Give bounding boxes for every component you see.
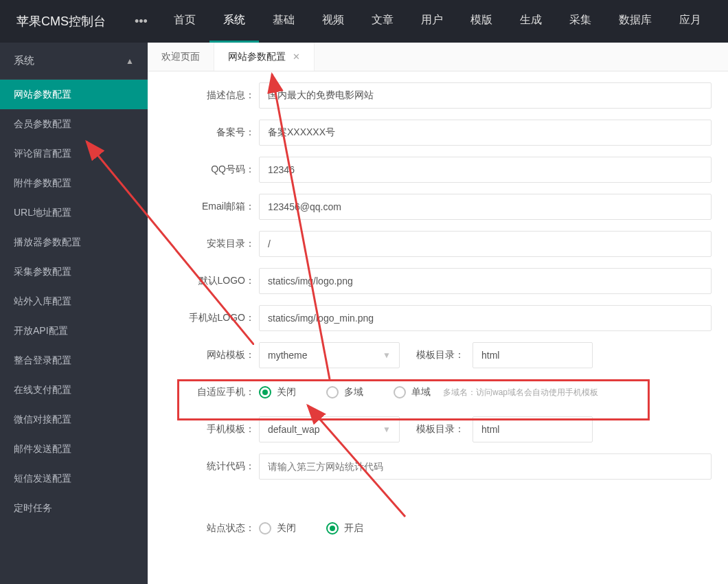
label-status: 站点状态： [171,522,259,535]
input-email[interactable] [259,194,712,220]
sidebar-item-11[interactable]: 微信对接配置 [0,405,148,434]
tab-label: 欢迎页面 [161,51,200,63]
status-radio-group: 关闭开启 [259,522,363,535]
input-tpl-dir[interactable] [473,342,593,368]
select-mtpl-value: default_wap [268,424,320,435]
input-beian[interactable] [259,120,712,146]
row-logo: 默认LOGO： [171,268,712,294]
row-mlogo: 手机站LOGO： [171,305,712,331]
nav-item-4[interactable]: 文章 [358,0,407,43]
select-tpl[interactable]: mytheme ▼ [259,342,400,368]
row-tpl: 网站模板： mytheme ▼ 模板目录： [171,342,712,368]
label-install: 安装目录： [171,238,259,250]
caret-up-icon: ▲ [126,56,134,66]
row-status: 站点状态： 关闭开启 [171,515,712,541]
radio-icon [259,386,271,398]
nav-item-9[interactable]: 数据库 [605,0,666,43]
tab-0[interactable]: 欢迎页面 [148,43,214,71]
sidebar-item-6[interactable]: 采集参数配置 [0,257,148,287]
close-icon[interactable]: ✕ [293,52,300,62]
nav-item-7[interactable]: 生成 [506,0,556,43]
brand-title: 苹果CMS控制台 [0,13,122,30]
label-tpl-dir: 模板目录： [416,349,473,361]
radio-icon [394,386,406,398]
sidebar-item-12[interactable]: 邮件发送配置 [0,434,148,464]
label-logo: 默认LOGO： [171,275,259,287]
label-stats: 统计代码： [171,460,259,473]
row-beian: 备案号： [171,120,712,146]
adapt-radio-group: 关闭多域单域 [259,386,431,398]
tab-bar: 欢迎页面网站参数配置✕ [148,43,728,71]
chevron-down-icon: ▼ [383,425,391,434]
status-radio-1[interactable]: 开启 [326,522,363,535]
radio-label: 关闭 [277,386,296,398]
sidebar-item-10[interactable]: 在线支付配置 [0,375,148,405]
adapt-hint: 多域名：访问wap域名会自动使用手机模板 [443,387,598,398]
input-qq[interactable] [259,157,712,183]
sidebar-item-13[interactable]: 短信发送配置 [0,464,148,493]
row-stats: 统计代码： [171,453,712,480]
sidebar-item-14[interactable]: 定时任务 [0,493,148,523]
input-mlogo[interactable] [259,305,712,331]
label-tpl: 网站模板： [171,349,259,361]
radio-icon [259,522,271,535]
nav-items: 首页系统基础视频文章用户模版生成采集数据库应月 [160,0,715,43]
radio-label: 关闭 [277,522,296,535]
overflow-icon[interactable]: ••• [122,14,160,29]
sidebar: 系统 ▲ 网站参数配置会员参数配置评论留言配置附件参数配置URL地址配置播放器参… [0,43,148,584]
input-mtpl-dir[interactable] [473,416,593,442]
sidebar-item-4[interactable]: URL地址配置 [0,198,148,227]
nav-item-0[interactable]: 首页 [160,0,209,43]
chevron-down-icon: ▼ [383,350,391,360]
adapt-radio-1[interactable]: 多域 [326,386,363,398]
sidebar-item-2[interactable]: 评论留言配置 [0,139,148,168]
sidebar-list: 网站参数配置会员参数配置评论留言配置附件参数配置URL地址配置播放器参数配置采集… [0,80,148,523]
radio-label: 多域 [344,386,363,398]
label-email: Email邮箱： [171,201,259,213]
nav-item-6[interactable]: 模版 [457,0,506,43]
nav-item-3[interactable]: 视频 [308,0,358,43]
input-stats[interactable] [259,453,712,480]
nav-item-5[interactable]: 用户 [407,0,457,43]
input-install[interactable] [259,231,712,257]
label-mlogo: 手机站LOGO： [171,312,259,324]
sidebar-item-3[interactable]: 附件参数配置 [0,168,148,198]
label-qq: QQ号码： [171,164,259,176]
label-desc: 描述信息： [171,89,259,102]
nav-item-8[interactable]: 采集 [556,0,605,43]
sidebar-item-1[interactable]: 会员参数配置 [0,109,148,139]
label-beian: 备案号： [171,126,259,139]
nav-item-1[interactable]: 系统 [209,0,259,43]
row-adapt: 自适应手机： 关闭多域单域 多域名：访问wap域名会自动使用手机模板 [171,379,712,405]
sidebar-item-7[interactable]: 站外入库配置 [0,287,148,316]
radio-icon [326,386,339,398]
radio-icon [326,522,339,535]
tab-1[interactable]: 网站参数配置✕ [214,43,315,71]
input-desc[interactable] [259,82,712,109]
select-tpl-value: mytheme [268,350,308,361]
tab-label: 网站参数配置 [228,51,286,63]
select-mtpl[interactable]: default_wap ▼ [259,416,400,442]
sidebar-item-0[interactable]: 网站参数配置 [0,80,148,109]
row-desc: 描述信息： [171,82,712,109]
sidebar-item-5[interactable]: 播放器参数配置 [0,227,148,257]
row-email: Email邮箱： [171,194,712,220]
sidebar-title: 系统 [14,54,34,67]
row-qq: QQ号码： [171,157,712,183]
status-radio-0[interactable]: 关闭 [259,522,296,535]
adapt-radio-2[interactable]: 单域 [394,386,431,398]
label-adapt: 自适应手机： [171,386,259,398]
input-logo[interactable] [259,268,712,294]
sidebar-item-9[interactable]: 整合登录配置 [0,346,148,375]
top-nav: 苹果CMS控制台 ••• 首页系统基础视频文章用户模版生成采集数据库应月 [0,0,728,43]
adapt-radio-0[interactable]: 关闭 [259,386,296,398]
sidebar-item-8[interactable]: 开放API配置 [0,316,148,346]
sidebar-header[interactable]: 系统 ▲ [0,43,148,80]
radio-label: 开启 [344,522,363,535]
form-area: 描述信息： 备案号： QQ号码： Email邮箱： 安装目录： 默认LOGO： … [148,71,728,584]
row-mtpl: 手机模板： default_wap ▼ 模板目录： [171,416,712,442]
nav-item-2[interactable]: 基础 [259,0,308,43]
label-mtpl: 手机模板： [171,423,259,436]
nav-item-10[interactable]: 应月 [666,0,715,43]
radio-label: 单域 [411,386,431,398]
